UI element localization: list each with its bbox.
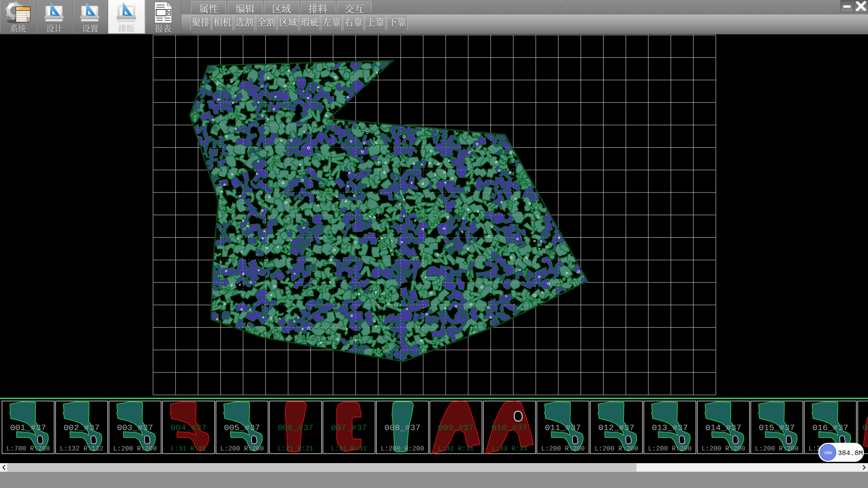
svg-text:012_#37: 012_#37 [598, 423, 634, 433]
svg-text:004_#37: 004_#37 [170, 423, 207, 433]
svg-text:006_#37: 006_#37 [278, 423, 314, 433]
svg-text:384.8M: 384.8M [838, 449, 863, 457]
svg-text:L:31 R:31: L:31 R:31 [331, 445, 367, 452]
svg-text:001_#37: 001_#37 [10, 423, 46, 433]
svg-text:L:200 R:200: L:200 R:200 [702, 445, 745, 452]
svg-text:L:31 R:31: L:31 R:31 [171, 445, 207, 452]
svg-text:38%: 38% [824, 450, 832, 455]
svg-text:007_#37: 007_#37 [331, 423, 367, 433]
svg-text:009_#37: 009_#37 [438, 423, 474, 433]
svg-text:L:200 R:200: L:200 R:200 [594, 445, 638, 452]
svg-text:014_#37: 014_#37 [705, 423, 741, 433]
svg-text:L:132 R:132: L:132 R:132 [60, 445, 103, 452]
svg-text:011_#37: 011_#37 [545, 423, 581, 433]
svg-text:L:200 R:200: L:200 R:200 [381, 445, 424, 452]
svg-text:016_#37: 016_#37 [812, 423, 849, 433]
svg-text:L:200 R:200: L:200 R:200 [220, 445, 264, 452]
svg-text:013_#37: 013_#37 [652, 423, 688, 433]
svg-text:L:200 R:200: L:200 R:200 [541, 445, 585, 452]
svg-text:005_#37: 005_#37 [224, 423, 260, 433]
svg-text:002_#37: 002_#37 [63, 423, 99, 433]
svg-text:L:32 R:31: L:32 R:31 [438, 445, 474, 452]
svg-text:0: 0 [863, 423, 868, 433]
svg-text:L:200 R:200: L:200 R:200 [648, 445, 692, 452]
svg-text:015_#37: 015_#37 [759, 423, 795, 433]
svg-text:L:200 R:200: L:200 R:200 [755, 445, 798, 452]
svg-text:L:200 R:200: L:200 R:200 [113, 445, 157, 452]
svg-text:L:700 R:700: L:700 R:700 [6, 445, 50, 452]
svg-text:008_#37: 008_#37 [384, 423, 420, 433]
svg-text:L:21 R:21: L:21 R:21 [278, 445, 313, 452]
svg-text:010_#37: 010_#37 [491, 423, 528, 433]
svg-text:003_#37: 003_#37 [117, 423, 153, 433]
svg-text:L:33 R:33: L:33 R:33 [491, 445, 527, 452]
